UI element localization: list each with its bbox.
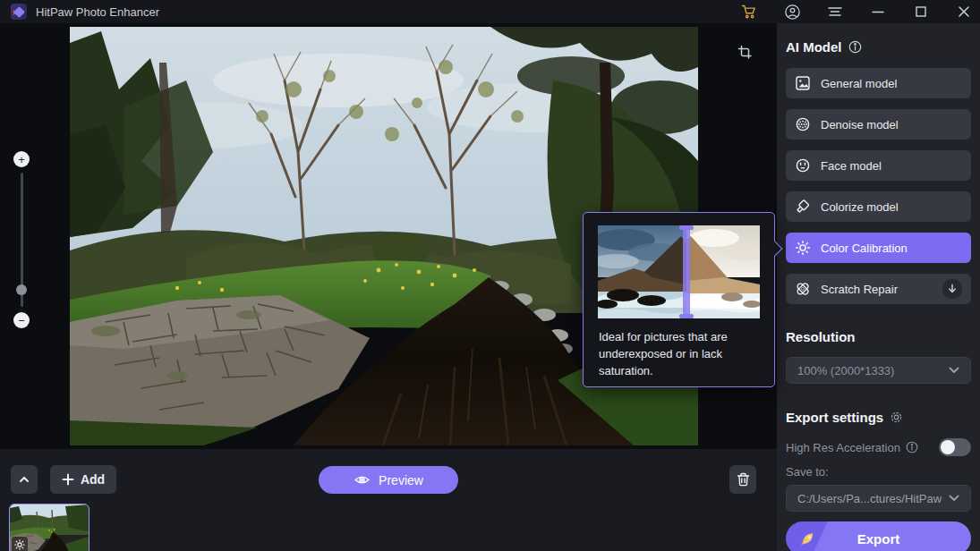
save-to-label: Save to: bbox=[786, 465, 971, 479]
model-button-label: Colorize model bbox=[821, 200, 899, 214]
model-button-colorize[interactable]: Colorize model bbox=[786, 191, 971, 222]
chevron-up-icon bbox=[18, 473, 30, 486]
menu-icon[interactable] bbox=[826, 3, 844, 21]
high-res-acceleration-row: High Res Acceleration bbox=[786, 438, 971, 456]
app-window: HitPaw Photo Enhancer bbox=[0, 0, 980, 551]
plus-glyph: + bbox=[18, 153, 25, 166]
model-button-label: General model bbox=[821, 77, 897, 90]
preview-button-label: Preview bbox=[379, 473, 423, 487]
resolution-header: Resolution bbox=[786, 327, 971, 345]
denoise-dots-icon bbox=[795, 116, 811, 132]
eye-icon bbox=[354, 473, 371, 487]
resolution-dropdown[interactable]: 100% (2000*1333) bbox=[786, 357, 971, 384]
resolution-value: 100% (2000*1333) bbox=[797, 364, 949, 377]
delete-photo-button[interactable] bbox=[729, 465, 756, 494]
trash-icon bbox=[737, 472, 750, 487]
export-settings-header: Export settings bbox=[786, 408, 971, 426]
cart-icon[interactable] bbox=[740, 3, 758, 21]
rocket-icon bbox=[799, 530, 817, 550]
face-icon bbox=[795, 157, 811, 174]
collapse-panel-button[interactable] bbox=[11, 465, 38, 494]
photo-thumbnail[interactable] bbox=[9, 504, 89, 551]
bandage-icon bbox=[795, 281, 811, 297]
close-icon[interactable] bbox=[955, 3, 973, 21]
model-button-face[interactable]: Face model bbox=[786, 150, 971, 181]
zoom-slider-knob[interactable] bbox=[16, 284, 27, 295]
workspace: + − bbox=[0, 23, 777, 551]
model-button-label: Color Calibration bbox=[821, 242, 908, 255]
model-button-scratch-repair[interactable]: Scratch Repair bbox=[786, 274, 971, 304]
plus-icon bbox=[62, 473, 74, 486]
account-icon[interactable] bbox=[783, 3, 801, 21]
color-calibration-tooltip: Ideal for pictures that are underexposed… bbox=[583, 212, 775, 387]
minimize-icon[interactable] bbox=[869, 3, 887, 21]
sun-icon bbox=[14, 539, 25, 550]
minus-glyph: − bbox=[18, 314, 25, 327]
model-button-label: Scratch Repair bbox=[821, 283, 933, 296]
zoom-in-button[interactable]: + bbox=[13, 151, 30, 167]
ai-model-header: AI Model bbox=[786, 38, 971, 55]
colorize-brush-icon bbox=[795, 199, 811, 215]
chevron-down-icon bbox=[949, 495, 959, 502]
export-button-label: Export bbox=[857, 531, 900, 547]
export-button[interactable]: Export bbox=[786, 521, 971, 551]
high-res-toggle[interactable] bbox=[939, 438, 971, 456]
model-button-label: Denoise model bbox=[821, 118, 899, 131]
download-model-button[interactable] bbox=[942, 279, 962, 299]
save-path-dropdown[interactable]: C:/Users/Pa...ctures/HitPaw bbox=[786, 485, 971, 512]
high-res-label: High Res Acceleration bbox=[786, 441, 900, 454]
photo-canvas: + − bbox=[0, 23, 777, 449]
crop-icon[interactable] bbox=[736, 43, 754, 61]
zoom-control: + − bbox=[13, 151, 30, 328]
zoom-out-button[interactable]: − bbox=[13, 312, 30, 328]
titlebar: HitPaw Photo Enhancer bbox=[0, 0, 980, 23]
export-settings-title: Export settings bbox=[786, 410, 883, 425]
app-title: HitPaw Photo Enhancer bbox=[36, 5, 159, 19]
toggle-knob bbox=[941, 440, 955, 454]
model-button-label: Face model bbox=[821, 159, 882, 173]
ai-model-title: AI Model bbox=[786, 39, 842, 55]
add-photo-button[interactable]: Add bbox=[50, 465, 116, 494]
save-path-value: C:/Users/Pa...ctures/HitPaw bbox=[797, 492, 949, 505]
model-button-general[interactable]: General model bbox=[786, 68, 971, 98]
applied-model-badge bbox=[12, 537, 28, 551]
info-icon[interactable] bbox=[906, 441, 918, 454]
before-after-preview-image bbox=[598, 225, 760, 318]
resolution-title: Resolution bbox=[786, 329, 856, 344]
gear-icon[interactable] bbox=[890, 411, 903, 424]
add-button-label: Add bbox=[81, 472, 105, 487]
chevron-down-icon bbox=[949, 367, 959, 374]
model-button-color-calibration[interactable]: Color Calibration bbox=[786, 233, 971, 263]
bottom-bar: Add Preview bbox=[0, 449, 777, 551]
info-icon[interactable] bbox=[848, 40, 862, 54]
sun-icon bbox=[795, 240, 811, 256]
image-icon bbox=[795, 75, 811, 91]
app-logo-icon bbox=[11, 4, 27, 20]
tooltip-description: Ideal for pictures that are underexposed… bbox=[584, 318, 774, 379]
model-button-denoise[interactable]: Denoise model bbox=[786, 109, 971, 140]
sidebar: AI Model General model bbox=[777, 23, 980, 551]
download-arrow-icon bbox=[947, 284, 958, 294]
preview-button[interactable]: Preview bbox=[319, 466, 458, 494]
maximize-icon[interactable] bbox=[912, 3, 930, 21]
